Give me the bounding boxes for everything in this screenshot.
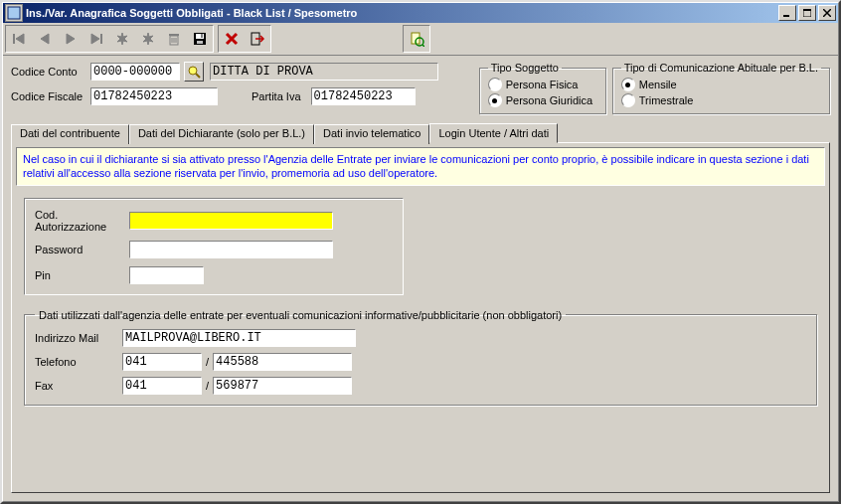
maximize-button[interactable] [798, 5, 816, 21]
contact-fieldset: Dati utilizzati dall'agenzia delle entra… [24, 309, 817, 406]
nav-first-button[interactable] [6, 26, 32, 52]
svg-rect-11 [169, 34, 179, 36]
tab-invio-telematico[interactable]: Dati invio telematico [314, 124, 429, 144]
refresh-button[interactable] [135, 26, 161, 52]
save-button[interactable] [187, 26, 213, 52]
radio-persona-fisica[interactable]: Persona Fisica [488, 78, 597, 91]
cod-autorizzazione-input[interactable] [129, 212, 333, 230]
mail-label: Indirizzo Mail [35, 332, 122, 344]
cod-autorizzazione-label: Cod. Autorizzazione [35, 209, 129, 233]
radio-label: Persona Fisica [506, 79, 579, 90]
tipo-soggetto-legend: Tipo Soggetto [488, 62, 562, 74]
svg-marker-8 [91, 34, 99, 44]
tab-panel: Nel caso in cui il dichiarante si sia at… [11, 142, 830, 493]
partita-iva-label: Partita Iva [252, 90, 301, 102]
svg-point-23 [189, 67, 197, 75]
tab-login-utente[interactable]: Login Utente / Altri dati [429, 123, 558, 143]
telefono-prefix-input[interactable] [122, 353, 202, 371]
ditta-display [210, 63, 438, 81]
search-icon [187, 65, 201, 79]
tab-contribuente[interactable]: Dati del contribuente [11, 124, 129, 144]
svg-marker-5 [16, 34, 24, 44]
delete-button[interactable] [161, 26, 187, 52]
exit-button[interactable] [245, 26, 270, 52]
svg-line-24 [196, 74, 200, 78]
tipo-comunicazione-legend: Tipo di Comunicazione Abituale per B.L. [621, 62, 821, 74]
app-icon [5, 4, 23, 22]
partita-iva-input[interactable] [311, 87, 416, 105]
radio-icon [621, 78, 635, 91]
svg-rect-0 [8, 7, 20, 19]
tipo-soggetto-group: Tipo Soggetto Persona Fisica Persona Giu… [479, 62, 606, 114]
nav-prev-button[interactable] [32, 26, 58, 52]
svg-rect-4 [13, 34, 15, 44]
titlebar: Ins./Var. Anagrafica Soggetti Obbligati … [3, 3, 838, 23]
minimize-button[interactable] [778, 5, 796, 21]
svg-rect-17 [197, 41, 203, 44]
help-button[interactable] [404, 26, 429, 52]
radio-mensile[interactable]: Mensile [621, 78, 821, 91]
telefono-label: Telefono [35, 356, 122, 368]
svg-marker-6 [41, 34, 49, 44]
fax-input[interactable] [213, 377, 352, 395]
new-button[interactable] [109, 26, 135, 52]
nav-next-button[interactable] [58, 26, 84, 52]
pin-input[interactable] [129, 266, 204, 284]
window-title: Ins./Var. Anagrafica Soggetti Obbligati … [26, 7, 776, 19]
codice-fiscale-label: Codice Fiscale [11, 90, 90, 102]
radio-icon [488, 78, 502, 91]
svg-rect-3 [803, 9, 811, 11]
window-inner: Ins./Var. Anagrafica Soggetti Obbligati … [2, 2, 839, 502]
tab-dichiarante[interactable]: Dati del Dichiarante (solo per B.L.) [129, 124, 314, 144]
tipo-comunicazione-group: Tipo di Comunicazione Abituale per B.L. … [612, 62, 830, 114]
mail-input[interactable] [122, 329, 356, 347]
svg-rect-1 [783, 15, 789, 17]
codice-conto-label: Codice Conto [11, 66, 90, 78]
tabs: Dati del contribuente Dati del Dichiaran… [11, 122, 830, 493]
radio-label: Persona Giuridica [506, 94, 592, 106]
content-area: Codice Conto Codice Fiscale Partita Iva … [3, 56, 838, 501]
radio-icon [621, 93, 635, 107]
telefono-input[interactable] [213, 353, 352, 371]
header-fields: Codice Conto Codice Fiscale Partita Iva [11, 62, 473, 105]
svg-rect-18 [201, 34, 203, 38]
nav-last-button[interactable] [84, 26, 109, 52]
window-controls [776, 5, 836, 21]
tab-strip: Dati del contribuente Dati del Dichiaran… [11, 122, 830, 142]
header-row: Codice Conto Codice Fiscale Partita Iva … [11, 62, 830, 114]
close-button[interactable] [818, 5, 836, 21]
svg-line-22 [422, 45, 424, 47]
fax-prefix-input[interactable] [122, 377, 202, 395]
fax-label: Fax [35, 380, 122, 392]
app-window: Ins./Var. Anagrafica Soggetti Obbligati … [0, 0, 841, 504]
radio-label: Trimestrale [639, 94, 694, 106]
radio-label: Mensile [639, 79, 677, 90]
toolbar [3, 23, 838, 56]
radio-persona-giuridica[interactable]: Persona Giuridica [488, 93, 597, 107]
codice-fiscale-input[interactable] [90, 87, 218, 105]
login-box: Cod. Autorizzazione Password Pin [24, 198, 404, 295]
svg-marker-7 [67, 34, 75, 44]
radio-trimestrale[interactable]: Trimestrale [621, 93, 821, 107]
radio-icon [488, 93, 502, 107]
codice-conto-lookup-button[interactable] [184, 62, 204, 82]
codice-conto-input[interactable] [90, 63, 180, 81]
pin-label: Pin [35, 269, 129, 281]
svg-rect-9 [100, 34, 102, 44]
password-input[interactable] [129, 241, 333, 258]
slash-separator: / [206, 380, 209, 392]
info-banner: Nel caso in cui il dichiarante si sia at… [16, 147, 825, 186]
contact-legend: Dati utilizzati dall'agenzia delle entra… [35, 309, 566, 321]
slash-separator: / [206, 356, 209, 368]
password-label: Password [35, 244, 129, 255]
cancel-button[interactable] [219, 26, 245, 52]
